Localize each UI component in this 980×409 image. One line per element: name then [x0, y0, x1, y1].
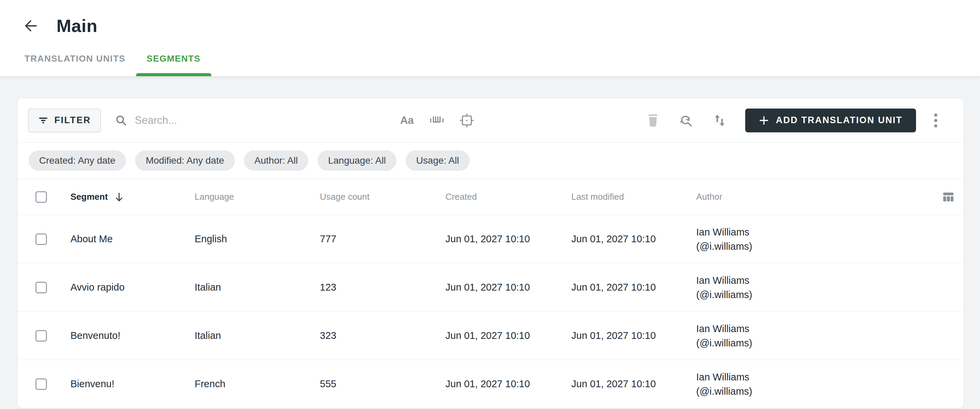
cell-last-modified: Jun 01, 2027 10:10 [571, 282, 696, 293]
cell-usage-count: 323 [320, 330, 445, 341]
column-header-usage-count[interactable]: Usage count [320, 192, 445, 202]
cell-segment: Bienvenu! [70, 379, 195, 390]
cell-created: Jun 01, 2027 10:10 [445, 282, 571, 293]
filter-chips-row: Created: Any date Modified: Any date Aut… [18, 143, 964, 179]
author-name: Ian Williams [696, 225, 934, 239]
filter-button-label: FILTER [54, 115, 91, 126]
row-checkbox[interactable] [35, 330, 47, 342]
author-handle: (@i.williams) [696, 336, 934, 350]
cell-usage-count: 777 [320, 234, 445, 245]
cell-author: Ian Williams (@i.williams) [696, 273, 934, 302]
table-row[interactable]: Avvio rapido Italian 123 Jun 01, 2027 10… [18, 263, 964, 311]
find-replace-button[interactable] [679, 114, 692, 127]
add-translation-unit-button[interactable]: ADD TRANSLATION UNIT [745, 108, 916, 132]
column-header-author[interactable]: Author [696, 192, 934, 202]
page-title: Main [56, 16, 97, 36]
sort-arrow-down-icon [115, 192, 124, 202]
author-handle: (@i.williams) [696, 384, 934, 398]
tab-segments-label: SEGMENTS [147, 53, 201, 64]
column-header-language[interactable]: Language [195, 192, 320, 202]
match-case-icon: Aa [400, 114, 414, 127]
cell-segment: Benvenuto! [70, 330, 195, 341]
cell-last-modified: Jun 01, 2027 10:10 [571, 330, 696, 341]
filter-chip-language[interactable]: Language: All [318, 150, 396, 171]
filter-chip-usage[interactable]: Usage: All [406, 150, 469, 171]
table-columns-icon [942, 191, 955, 203]
filter-chip-author[interactable]: Author: All [244, 150, 309, 171]
selection-frame-button[interactable] [460, 114, 474, 127]
active-tab-indicator [136, 73, 211, 76]
column-header-segment[interactable]: Segment [70, 192, 195, 202]
find-replace-icon [679, 113, 693, 127]
cell-last-modified: Jun 01, 2027 10:10 [571, 379, 696, 390]
search-box [115, 114, 400, 127]
filter-chip-created[interactable]: Created: Any date [29, 150, 126, 171]
author-name: Ian Williams [696, 273, 934, 288]
author-name: Ian Williams [696, 321, 934, 336]
row-checkbox[interactable] [35, 282, 47, 293]
column-settings-button[interactable] [934, 191, 955, 203]
cell-author: Ian Williams (@i.williams) [696, 321, 934, 350]
author-name: Ian Williams [696, 370, 934, 384]
content-card: FILTER Aa [17, 98, 964, 408]
table-row[interactable]: Benvenuto! Italian 323 Jun 01, 2027 10:1… [18, 311, 964, 360]
barcode-button[interactable] [430, 114, 444, 127]
kebab-menu-button[interactable] [929, 114, 943, 127]
search-input[interactable] [135, 114, 400, 127]
column-header-segment-label: Segment [70, 192, 108, 202]
filter-button[interactable]: FILTER [28, 108, 101, 132]
tab-translation-units[interactable]: TRANSLATION UNITS [14, 53, 136, 76]
cell-created: Jun 01, 2027 10:10 [445, 379, 571, 390]
cell-segment: About Me [70, 234, 195, 245]
plus-icon [759, 115, 769, 126]
table-row[interactable]: Bienvenu! French 555 Jun 01, 2027 10:10 … [18, 360, 964, 408]
cell-language: French [195, 379, 320, 390]
toolbar: FILTER Aa [18, 98, 964, 143]
delete-button[interactable] [646, 114, 660, 127]
cell-author: Ian Williams (@i.williams) [696, 370, 934, 398]
select-all-checkbox[interactable] [35, 191, 47, 203]
filter-icon [38, 115, 48, 126]
search-options: Aa [400, 114, 474, 127]
table-header-row: Segment Language Usage count Created Las… [18, 179, 964, 215]
toolbar-actions: ADD TRANSLATION UNIT [646, 108, 943, 132]
table-row[interactable]: About Me English 777 Jun 01, 2027 10:10 … [18, 215, 964, 263]
table-body: About Me English 777 Jun 01, 2027 10:10 … [18, 215, 964, 408]
row-checkbox[interactable] [35, 234, 47, 245]
tab-segments[interactable]: SEGMENTS [136, 53, 211, 76]
barcode-icon [430, 115, 444, 126]
arrow-back-icon [23, 18, 38, 34]
add-button-label: ADD TRANSLATION UNIT [776, 115, 902, 126]
cell-language: English [195, 234, 320, 245]
cell-last-modified: Jun 01, 2027 10:10 [571, 234, 696, 245]
row-checkbox[interactable] [35, 379, 47, 390]
trash-icon [647, 114, 659, 127]
page-header: Main TRANSLATION UNITS SEGMENTS [0, 0, 980, 76]
column-header-last-modified[interactable]: Last modified [571, 192, 696, 202]
author-handle: (@i.williams) [696, 239, 934, 253]
kebab-icon [934, 113, 938, 128]
filter-chip-modified[interactable]: Modified: Any date [135, 150, 234, 171]
cell-created: Jun 01, 2027 10:10 [445, 330, 571, 341]
back-button[interactable] [21, 16, 40, 35]
cell-language: Italian [195, 330, 320, 341]
cell-usage-count: 555 [320, 379, 445, 390]
search-icon [115, 114, 127, 127]
cell-segment: Avvio rapido [70, 282, 195, 293]
tab-bar: TRANSLATION UNITS SEGMENTS [0, 42, 980, 76]
sort-button[interactable] [713, 114, 727, 127]
column-header-created[interactable]: Created [445, 192, 571, 202]
author-handle: (@i.williams) [696, 288, 934, 302]
cell-created: Jun 01, 2027 10:10 [445, 234, 571, 245]
cell-author: Ian Williams (@i.williams) [696, 225, 934, 253]
match-case-button[interactable]: Aa [400, 114, 414, 127]
selection-frame-icon [460, 113, 474, 127]
cell-language: Italian [195, 282, 320, 293]
cell-usage-count: 123 [320, 282, 445, 293]
swap-vert-icon [713, 113, 726, 127]
